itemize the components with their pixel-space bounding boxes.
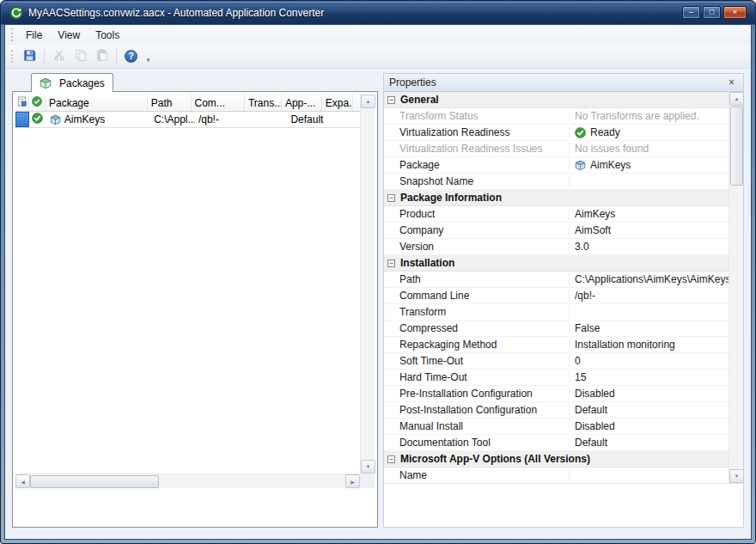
row-expand-cell xyxy=(328,112,360,127)
property-value: Installation monitoring xyxy=(570,339,729,351)
tab-packages[interactable]: Packages xyxy=(31,73,113,92)
close-button[interactable]: × xyxy=(723,6,747,19)
menu-grip[interactable] xyxy=(11,28,13,41)
property-group-row[interactable]: −General xyxy=(384,92,729,108)
column-header-status[interactable] xyxy=(29,95,46,111)
property-value-text: 0 xyxy=(575,355,581,367)
property-value: 3.0 xyxy=(570,241,729,253)
column-header-appv[interactable]: App-... xyxy=(282,95,322,111)
property-row[interactable]: ProductAimKeys xyxy=(384,206,729,223)
property-row[interactable]: Virtualization Readiness IssuesNo issues… xyxy=(384,141,729,157)
property-group-label: Microsoft App-V Options (All Versions) xyxy=(400,453,590,465)
property-name: Product xyxy=(399,208,570,220)
cut-button[interactable] xyxy=(49,47,69,66)
property-value-text: False xyxy=(575,322,600,334)
menu-view[interactable]: View xyxy=(50,27,88,44)
properties-header: Properties × xyxy=(384,74,743,92)
property-row[interactable]: Soft Time-Out0 xyxy=(384,353,729,370)
properties-close-button[interactable]: × xyxy=(725,76,738,89)
property-name: Manual Install xyxy=(399,420,570,432)
property-name: Post-Installation Configuration xyxy=(399,404,570,416)
column-header-path[interactable]: Path xyxy=(148,95,192,111)
properties-body: −GeneralTransform StatusNo Transforms ar… xyxy=(384,92,743,483)
property-row[interactable]: PathC:\Applications\AimKeys\AimKeys.msi xyxy=(384,272,729,288)
scrollbar-thumb[interactable] xyxy=(30,475,159,488)
property-row[interactable]: Manual InstallDisabled xyxy=(384,419,729,435)
ready-icon xyxy=(32,113,43,126)
property-row[interactable]: Virtualization ReadinessReady xyxy=(384,125,729,141)
selection-indicator xyxy=(15,112,29,127)
maximize-button[interactable]: □ xyxy=(703,6,721,19)
column-header-command[interactable]: Com... xyxy=(192,95,245,111)
save-icon xyxy=(23,49,36,64)
list-horizontal-scrollbar[interactable]: ◀ ▶ xyxy=(15,474,360,488)
package-row[interactable]: AimKeys C:\Appl... /qb!- Default xyxy=(15,112,360,128)
app-window: MyAACSettings.convwiz.aacx - Automated A… xyxy=(0,0,756,544)
minimize-button[interactable]: – xyxy=(682,6,700,19)
property-group-row[interactable]: −Installation xyxy=(384,255,729,272)
property-row[interactable]: Post-Installation ConfigurationDefault xyxy=(384,402,729,419)
menu-file[interactable]: File xyxy=(18,27,50,44)
property-value-text: Installation monitoring xyxy=(575,339,675,351)
property-value: /qb!- xyxy=(570,290,729,302)
row-appv-cell: Default xyxy=(287,112,328,127)
property-row[interactable]: Transform xyxy=(384,304,729,321)
property-row[interactable]: Repackaging MethodInstallation monitorin… xyxy=(384,337,729,353)
collapse-icon[interactable]: − xyxy=(387,260,395,267)
property-row[interactable]: Hard Time-Out15 xyxy=(384,370,729,386)
paste-button[interactable] xyxy=(92,47,112,66)
scroll-down-button[interactable]: ▼ xyxy=(361,460,375,474)
client-area: File View Tools xyxy=(4,24,752,540)
property-value-text: Ready xyxy=(590,126,620,138)
scroll-left-button[interactable]: ◀ xyxy=(15,474,30,488)
column-header-state[interactable] xyxy=(15,95,29,111)
property-row[interactable]: Documentation ToolDefault xyxy=(384,435,729,451)
scroll-right-button[interactable]: ▶ xyxy=(345,474,360,488)
properties-scrollbar[interactable]: ▲ ▼ xyxy=(729,92,743,483)
window-controls: – □ × xyxy=(682,6,747,19)
list-vertical-scrollbar[interactable]: ▲ ▼ xyxy=(360,95,375,474)
property-row[interactable]: Pre-Installation ConfigurationDisabled xyxy=(384,386,729,402)
row-command-cell: /qb!- xyxy=(195,112,250,127)
scroll-up-button[interactable]: ▲ xyxy=(729,92,744,106)
title-bar[interactable]: MyAACSettings.convwiz.aacx - Automated A… xyxy=(2,2,754,24)
property-row[interactable]: Version3.0 xyxy=(384,239,729,255)
app-icon xyxy=(9,6,23,20)
property-name: Path xyxy=(399,273,570,285)
close-icon: × xyxy=(733,9,737,16)
property-value: Disabled xyxy=(570,388,729,400)
toolbar-grip[interactable] xyxy=(11,50,13,63)
scroll-down-button[interactable]: ▼ xyxy=(729,469,744,483)
help-button[interactable]: ? xyxy=(121,47,141,66)
status-icon xyxy=(32,96,42,109)
scrollbar-thumb[interactable] xyxy=(730,107,743,186)
collapse-icon[interactable]: − xyxy=(387,96,395,104)
menu-tools[interactable]: Tools xyxy=(88,27,127,44)
column-header-expand[interactable]: Expa... xyxy=(322,95,353,111)
property-row[interactable]: Snapshot Name xyxy=(384,174,729,190)
scroll-down-icon: ▼ xyxy=(735,474,740,479)
property-row[interactable]: CompressedFalse xyxy=(384,321,729,337)
column-header-package[interactable]: Package xyxy=(46,95,148,111)
property-row[interactable]: Name xyxy=(384,468,729,483)
property-name: Package xyxy=(399,159,570,171)
property-row[interactable]: CompanyAimSoft xyxy=(384,223,729,239)
property-group-row[interactable]: −Microsoft App-V Options (All Versions) xyxy=(384,451,729,468)
package-name: AimKeys xyxy=(64,113,105,125)
scrollbar-track[interactable] xyxy=(30,474,345,488)
property-row[interactable]: PackageAimKeys xyxy=(384,157,729,174)
copy-button[interactable] xyxy=(70,47,90,66)
row-selection-cell[interactable] xyxy=(15,112,29,127)
collapse-icon[interactable]: − xyxy=(387,194,395,202)
property-group-row[interactable]: −Package Information xyxy=(384,190,729,206)
save-button[interactable] xyxy=(20,47,40,66)
scroll-up-button[interactable]: ▲ xyxy=(361,95,375,108)
property-value-text: 15 xyxy=(575,371,586,383)
column-header-transform[interactable]: Trans... xyxy=(245,95,282,111)
property-row[interactable]: Transform StatusNo Transforms are applie… xyxy=(384,108,729,125)
collapse-icon[interactable]: − xyxy=(387,455,395,463)
toolbar-overflow-button[interactable]: ▾ xyxy=(143,47,154,66)
property-row[interactable]: Command Line/qb!- xyxy=(384,288,729,304)
property-value: Disabled xyxy=(570,420,729,432)
column-header-filler xyxy=(353,95,360,111)
